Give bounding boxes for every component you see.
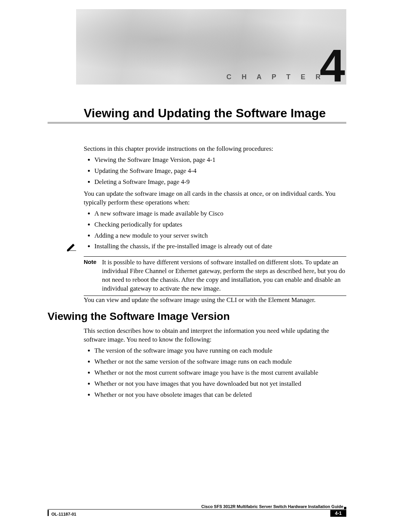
note-text: It is possible to have different version… [102,258,346,293]
section-content: This section describes how to obtain and… [84,327,346,403]
page: C H A P T E R 4 Viewing and Updating the… [0,0,411,532]
list-item: Adding a new module to your server switc… [94,232,346,240]
page-footer: Cisco SFS 3012R Multifabric Server Switc… [48,505,346,521]
footer-doc-id: OL-11187-01 [51,511,76,517]
note-top-rule [84,256,346,257]
list-item: Whether or not you have obsolete images … [94,391,346,399]
toc-item: Viewing the Software Image Version, page… [94,156,346,165]
list-item: Installing the chassis, if the pre-insta… [94,242,346,251]
footer-left-bar [48,510,49,516]
toc-item: Deleting a Software Image, page 4-9 [94,178,346,187]
chapter-label: C H A P T E R [226,72,325,81]
note-label: Note [84,258,102,293]
list-item: The version of the software image you ha… [94,347,346,355]
intro-lead: Sections in this chapter provide instruc… [84,145,346,153]
section-para: This section describes how to obtain and… [84,327,346,344]
list-item: Whether or not you have images that you … [94,380,346,388]
note-block: Note It is possible to have different ve… [84,256,346,296]
intro-para2: You can update the software image on all… [84,190,346,207]
section-list: The version of the software image you ha… [84,347,346,399]
section-heading: Viewing the Software Image Version [48,309,230,324]
title-rule [48,122,346,124]
toc-list: Viewing the Software Image Version, page… [84,156,346,187]
list-item: Checking periodically for updates [94,220,346,229]
list-item: Whether or not the most current software… [94,369,346,377]
toc-item: Updating the Software Image, page 4-4 [94,167,346,176]
footer-page-number: 4-1 [330,510,346,517]
list-item: Whether or not the same version of the s… [94,358,346,366]
list-item: A new software image is made available b… [94,209,346,218]
chapter-number: 4 [320,43,345,88]
when-list: A new software image is made available b… [84,209,346,251]
footer-guide-title: Cisco SFS 3012R Multifabric Server Switc… [198,504,343,510]
pencil-icon [66,242,78,251]
footer-rule [48,509,346,510]
after-note-para: You can view and update the software ima… [84,296,346,305]
chapter-intro: Sections in this chapter provide instruc… [84,145,346,307]
